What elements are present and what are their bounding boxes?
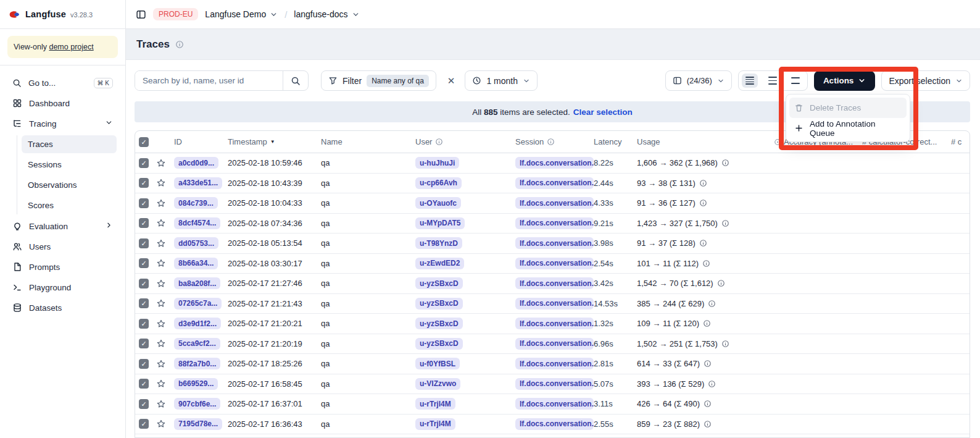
info-icon[interactable] — [547, 138, 555, 146]
row-checkbox[interactable]: ✓ — [139, 359, 149, 369]
table-row[interactable]: ✓084c739...2025-02-18 10:04:33qau-OYauof… — [135, 193, 970, 214]
star-icon[interactable] — [156, 339, 166, 348]
select-all-checkbox[interactable]: ✓ — [139, 137, 149, 147]
sidebar-item-users[interactable]: Users — [7, 237, 118, 256]
row-checkbox[interactable]: ✓ — [139, 158, 149, 168]
info-icon[interactable] — [175, 40, 184, 49]
table-row[interactable]: ✓a0cd0d9...2025-02-18 10:59:46qau-huJhuJ… — [135, 153, 970, 174]
session-badge[interactable]: lf.docs.conversation... — [515, 157, 594, 169]
time-range-button[interactable]: 1 month — [465, 70, 538, 91]
user-badge[interactable]: u-MYpDAT5 — [415, 217, 465, 229]
table-row[interactable]: ✓8dcf4574...2025-02-18 07:34:36qau-MYpDA… — [135, 214, 970, 234]
id-badge[interactable]: 8dcf4574... — [174, 217, 220, 229]
info-icon[interactable] — [717, 279, 725, 287]
user-badge[interactable]: u-yzSBxcD — [415, 338, 463, 350]
star-icon[interactable] — [156, 218, 166, 228]
info-icon[interactable] — [435, 138, 443, 146]
sidebar-item-evaluation[interactable]: Evaluation — [7, 217, 118, 235]
session-badge[interactable]: lf.docs.conversation... — [515, 298, 594, 310]
row-checkbox[interactable]: ✓ — [139, 298, 149, 308]
demo-project-link[interactable]: demo project — [49, 43, 93, 51]
row-height-large-button[interactable] — [784, 71, 807, 90]
user-badge[interactable]: u-yzSBxcD — [415, 318, 463, 329]
star-icon[interactable] — [156, 238, 166, 248]
row-checkbox[interactable]: ✓ — [139, 238, 149, 248]
row-checkbox[interactable]: ✓ — [139, 258, 149, 268]
id-badge[interactable]: 07265c7a... — [174, 298, 222, 310]
row-checkbox[interactable]: ✓ — [139, 218, 149, 228]
info-icon[interactable] — [703, 319, 711, 327]
row-checkbox[interactable]: ✓ — [139, 279, 149, 288]
sidebar-item-prompts[interactable]: Prompts — [7, 258, 118, 276]
session-badge[interactable]: lf.docs.conversation... — [515, 378, 594, 390]
id-badge[interactable]: d3e9d1f2... — [174, 318, 221, 329]
sidebar-toggle-icon[interactable] — [136, 9, 146, 20]
star-icon[interactable] — [156, 399, 166, 409]
row-checkbox[interactable]: ✓ — [139, 178, 149, 188]
row-height-medium-button[interactable] — [762, 71, 784, 90]
goto-button[interactable]: Go to...⌘ K — [7, 74, 118, 92]
table-row[interactable]: ✓d3e9d1f2...2025-02-17 21:20:21qau-yzSBx… — [135, 314, 970, 334]
id-badge[interactable]: 084c739... — [174, 197, 218, 209]
columns-button[interactable]: (24/36) — [665, 70, 732, 91]
star-icon[interactable] — [156, 279, 166, 288]
info-icon[interactable] — [699, 179, 707, 187]
table-row[interactable]: ✓7195d78e...2025-02-17 16:36:43qau-rTrjI… — [135, 415, 970, 435]
info-icon[interactable] — [702, 259, 710, 267]
sidebar-item-dashboard[interactable]: Dashboard — [7, 94, 118, 112]
row-checkbox[interactable]: ✓ — [139, 339, 149, 348]
user-badge[interactable]: u-f0YfBSL — [415, 358, 460, 369]
org-breadcrumb[interactable]: Langfuse Demo — [205, 9, 278, 19]
user-badge[interactable]: u-yzSBxcD — [415, 277, 463, 289]
id-badge[interactable]: 8b66a34... — [174, 258, 218, 269]
info-icon[interactable] — [708, 380, 716, 388]
star-icon[interactable] — [156, 298, 166, 308]
info-icon[interactable] — [721, 340, 729, 348]
info-icon[interactable] — [721, 219, 729, 227]
user-badge[interactable]: u-rTrjI4M — [415, 418, 455, 430]
info-icon[interactable] — [704, 420, 712, 428]
menu-item-add-to-annotation-queue[interactable]: Add to Annotation Queue — [789, 118, 907, 138]
row-checkbox[interactable]: ✓ — [139, 419, 149, 429]
search-icon[interactable] — [283, 71, 308, 90]
session-badge[interactable]: lf.docs.conversation... — [515, 177, 594, 189]
header-cell-id[interactable]: ID — [170, 137, 228, 146]
table-row[interactable]: ✓88f2a7b0...2025-02-17 18:25:26qau-f0YfB… — [135, 354, 970, 374]
row-checkbox[interactable]: ✓ — [139, 198, 149, 208]
header-cell-usage[interactable]: Usage — [637, 137, 774, 146]
sort-desc-icon[interactable]: ▼ — [270, 139, 275, 145]
id-badge[interactable]: 5cca9cf2... — [174, 338, 220, 350]
info-icon[interactable] — [699, 239, 707, 247]
table-row[interactable]: ✓907cbf6e...2025-02-17 16:37:01qau-rTrjI… — [135, 394, 970, 415]
table-row[interactable]: ✓07265c7a...2025-02-17 21:21:43qau-yzSBx… — [135, 294, 970, 314]
table-row[interactable]: ✓dd05753...2025-02-18 05:13:54qau-T98Ynz… — [135, 234, 970, 254]
star-icon[interactable] — [156, 198, 166, 208]
table-row[interactable]: ✓b669529...2025-02-17 16:58:45qau-VIZzvw… — [135, 374, 970, 395]
table-row[interactable]: ✓ba8a208f...2025-02-17 21:27:46qau-yzSBx… — [135, 274, 970, 294]
star-icon[interactable] — [156, 319, 166, 329]
session-badge[interactable]: lf.docs.conversation... — [515, 318, 594, 329]
id-badge[interactable]: a433de51... — [174, 177, 222, 189]
actions-button[interactable]: Actions — [814, 71, 876, 91]
id-badge[interactable]: b669529... — [174, 378, 218, 390]
user-badge[interactable]: u-T98YnzD — [415, 237, 462, 249]
sidebar-item-sessions[interactable]: Sessions — [22, 156, 117, 174]
sidebar-item-tracing[interactable]: Tracing — [7, 114, 118, 133]
star-icon[interactable] — [156, 258, 166, 268]
clear-selection-link[interactable]: Clear selection — [573, 107, 633, 117]
row-height-small-button[interactable] — [739, 71, 762, 90]
session-badge[interactable]: lf.docs.conversation... — [515, 338, 594, 350]
header-cell-latency[interactable]: Latency — [594, 137, 637, 146]
user-badge[interactable]: u-VIZzvwo — [415, 378, 460, 390]
search-input[interactable] — [135, 71, 283, 90]
info-icon[interactable] — [704, 360, 712, 368]
sidebar-item-scores[interactable]: Scores — [22, 196, 117, 214]
sidebar-item-observations[interactable]: Observations — [22, 176, 117, 194]
session-badge[interactable]: lf.docs.conversation... — [515, 358, 594, 369]
id-badge[interactable]: 907cbf6e... — [174, 398, 220, 410]
sidebar-item-traces[interactable]: Traces — [22, 135, 117, 153]
star-icon[interactable] — [156, 359, 166, 369]
session-badge[interactable]: lf.docs.conversation... — [515, 277, 594, 289]
session-badge[interactable]: lf.docs.conversation... — [515, 197, 594, 209]
star-icon[interactable] — [156, 158, 166, 168]
